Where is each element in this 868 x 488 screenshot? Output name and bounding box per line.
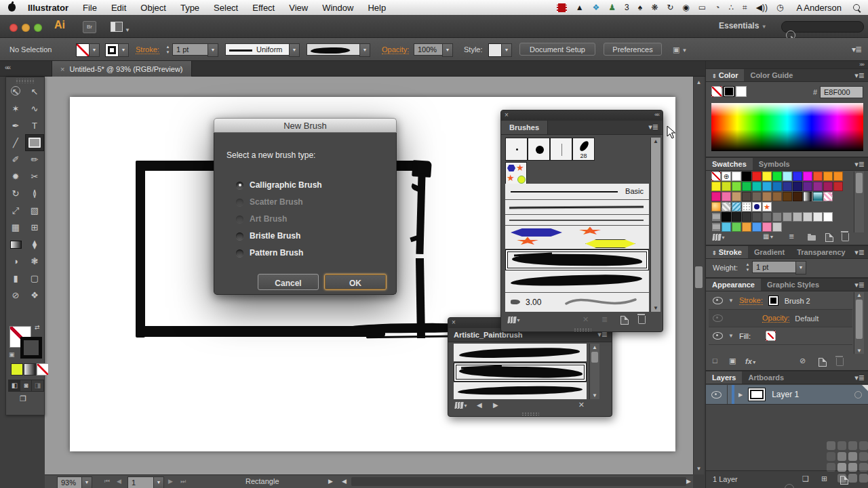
close-panel-icon[interactable]: × [452,319,456,326]
brush-row-charcoal[interactable] [505,200,649,215]
swatch[interactable] [783,171,792,181]
clock-icon[interactable]: ◷ [776,3,783,12]
layer-name[interactable]: Layer 1 [772,390,799,399]
swatch[interactable] [762,222,772,232]
rotate-tool[interactable]: ↻ [6,185,25,202]
visibility-icon[interactable] [713,332,723,340]
swatch[interactable] [772,192,782,201]
swatch[interactable] [742,182,751,191]
pencil-tool[interactable]: ✏ [25,151,44,168]
visibility-icon[interactable] [713,314,723,322]
control-panel-menu-icon[interactable]: ▾≣ [852,45,861,54]
delete-item-icon[interactable] [836,357,844,366]
artistic-brush-item-selected[interactable] [454,363,587,382]
magic-wand-tool[interactable]: ✶ [6,100,25,117]
ok-button[interactable]: OK [324,274,387,290]
clear-appearance-icon[interactable]: ⊘ [800,357,806,365]
artboard-tool[interactable]: ▢ [25,270,44,287]
blob-brush-tool[interactable]: ✹ [6,168,25,185]
layer-thumbnail[interactable] [748,388,766,401]
screen-mode-button[interactable]: ❐ [20,394,26,403]
tools-panel-grip[interactable] [16,79,35,83]
tab-symbols[interactable]: Symbols [753,158,796,170]
tab-swatches[interactable]: Swatches [706,158,753,170]
swatch-libraries-icon[interactable]: ▼ [713,232,726,241]
brush-row-scatter[interactable]: ★ ★ [505,226,649,249]
appearance-fill-swatch[interactable] [766,331,776,341]
stroke-weight-stepper[interactable]: ▲▼ [164,43,172,56]
menu-item-illustrator[interactable]: Illustrator [28,3,68,13]
appearance-stroke-swatch[interactable] [768,296,778,306]
lasso-tool[interactable]: ∿ [25,100,44,117]
menu-item-type[interactable]: Type [180,3,199,13]
fill-dropdown-button[interactable]: ▼ [89,43,100,57]
width-profile-dropdown[interactable]: ▼ [289,43,300,57]
swatch[interactable] [813,192,823,201]
tab-graphic-styles[interactable]: Graphic Styles [761,279,825,291]
swatch[interactable] [752,222,762,232]
vertical-scrollbar[interactable]: ▲ ▼ [693,77,704,474]
fill-color-well[interactable] [76,43,90,57]
swatch[interactable] [732,212,741,222]
swatch[interactable] [803,192,812,201]
brushes-scrollbar[interactable]: ▲ ▼ [650,138,660,312]
swap-fill-stroke-icon[interactable]: ⇄ [35,324,40,331]
brush-libraries-icon[interactable]: ▼ [455,401,468,409]
swatch[interactable] [711,192,721,201]
swatch[interactable] [711,171,721,181]
mesh-tool[interactable]: ⊞ [25,219,44,236]
menu-item-file[interactable]: File [83,3,97,13]
layer-target-icon[interactable] [854,391,862,399]
weight-value[interactable]: 1 pt [752,261,802,273]
swatch[interactable] [833,171,843,181]
swatch[interactable] [742,222,751,232]
free-transform-tool[interactable]: ⤢ [6,202,25,219]
swatch[interactable]: ⊕ [722,171,731,181]
width-tool[interactable]: ≬ [25,185,44,202]
color-panel-menu-icon[interactable]: ▾≣ [854,71,865,80]
swatch[interactable] [732,202,741,211]
brushes-panel-header[interactable]: × «« [501,110,663,121]
zoom-level-dropdown[interactable]: ▼ [81,476,92,488]
swatch[interactable] [722,202,731,211]
tab-gradient[interactable]: Gradient [748,246,791,258]
calligraphic-brush-flat[interactable] [550,138,572,161]
swatch[interactable] [813,212,823,222]
style-dropdown[interactable]: ▼ [501,43,512,57]
swatch[interactable] [742,192,751,201]
appearance-panel-menu-icon[interactable]: ▾≣ [854,281,865,289]
first-artboard-icon[interactable]: ⏮ [104,478,110,485]
swatch[interactable] [711,202,721,211]
menu-item-help[interactable]: Help [368,3,386,13]
swatch[interactable] [783,182,792,191]
zoom-window-button[interactable] [34,24,42,32]
style-well[interactable] [488,43,502,57]
bridge-button[interactable]: Br [83,21,96,33]
brush-definition-dropdown[interactable]: ▼ [359,43,370,57]
collapse-dock-icon[interactable]: »» [859,61,863,68]
swatch[interactable] [752,192,762,201]
gradient-tool[interactable] [6,236,25,253]
show-swatch-kinds-icon[interactable]: ▦▼ [763,232,774,240]
swatch[interactable] [722,192,731,201]
layers-panel-menu-icon[interactable]: ▾≣ [854,373,865,382]
expand-icon[interactable]: ▼ [728,333,734,339]
swatch[interactable] [752,182,762,191]
document-tab[interactable]: × Untitled-5* @ 93% (RGB/Preview) [52,61,192,77]
blank[interactable] [25,304,44,321]
swatch[interactable] [752,202,762,211]
line-segment-tool[interactable]: ╱ [6,134,25,151]
swatch[interactable]: ★ [762,202,772,211]
stroke-color-well[interactable] [105,43,119,57]
swatch[interactable] [793,171,802,181]
accessibility-icon[interactable]: ◉ [682,3,689,12]
cancel-button[interactable]: Cancel [258,274,319,290]
tab-transparency[interactable]: Transparency [791,246,852,258]
swatch[interactable] [742,202,751,211]
paintbrush-tool[interactable]: ✐ [6,151,25,168]
column-graph-tool[interactable]: ▮ [6,270,25,287]
next-library-icon[interactable]: ▶ [493,401,498,409]
stroke-weight-value[interactable]: 1 pt [172,43,210,56]
visibility-icon[interactable] [713,297,723,304]
tab-brushes[interactable]: Brushes [501,121,548,134]
